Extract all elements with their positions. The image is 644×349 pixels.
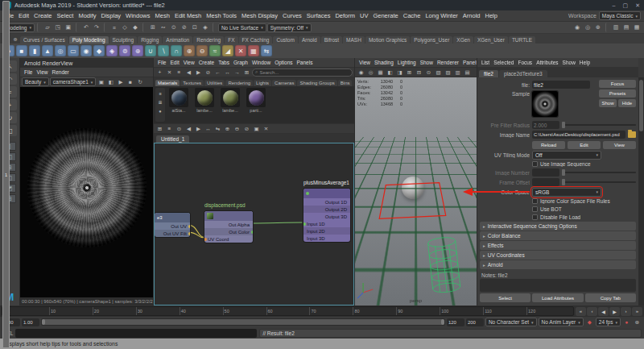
shelf-tab[interactable]: Polygons_User: [411, 36, 452, 44]
notes-textarea[interactable]: [480, 279, 636, 292]
hypershade-browser-tab[interactable]: Bins: [338, 80, 353, 86]
color-space-dropdown[interactable]: sRGB▾: [532, 188, 601, 197]
list-view-icon[interactable]: ≡: [157, 89, 164, 97]
node-place2dtexture[interactable]: e3 Out UVOut UV Filt: [155, 213, 190, 237]
use-image-sequence-checkbox[interactable]: [532, 161, 538, 167]
collapsed-section-bar[interactable]: ▸Color Balance: [480, 231, 636, 240]
pre-filter-radius-field[interactable]: 2.000: [532, 121, 559, 129]
menu-item[interactable]: Mesh Display: [239, 12, 280, 19]
shelf-tab[interactable]: Custom: [273, 36, 297, 44]
shelf-tab[interactable]: MASH: [343, 36, 365, 44]
divider[interactable]: [37, 23, 40, 32]
character-set-dropdown[interactable]: No Character Set▾: [485, 318, 537, 326]
menu-item[interactable]: Windows: [123, 12, 152, 19]
tool-settings-toggle-icon[interactable]: ▤: [621, 23, 631, 32]
scrollbar-thumb[interactable]: [639, 80, 643, 131]
super-ellipse-icon[interactable]: ◈: [106, 45, 118, 56]
make-live-icon[interactable]: ◈: [200, 23, 210, 32]
reload-button[interactable]: Reload: [532, 141, 565, 149]
material-swatch[interactable]: parti...: [245, 88, 267, 113]
uv-tiling-mode-dropdown[interactable]: Off▾: [532, 151, 601, 160]
shelf-tab[interactable]: Sculpting: [109, 36, 138, 44]
menu-item[interactable]: Cache: [401, 12, 423, 19]
boolean-intersection-icon[interactable]: ∩: [171, 45, 182, 56]
delete-unused-nodes-icon[interactable]: ✕: [165, 68, 174, 77]
live-surface-dropdown[interactable]: No Live Surface▾: [218, 23, 266, 32]
platonic-solid-icon[interactable]: ◆: [93, 45, 105, 56]
graph-both-icon[interactable]: ↔: [223, 68, 232, 77]
undo-icon[interactable]: ↶: [81, 23, 91, 32]
refresh-render-icon[interactable]: ↻: [135, 77, 144, 86]
viewport-menu-item[interactable]: Lighting: [396, 60, 418, 65]
menu-item[interactable]: Generate: [370, 12, 400, 19]
viewport-menu-item[interactable]: Shading: [373, 60, 395, 65]
polygon-disc-icon[interactable]: ◉: [80, 45, 92, 56]
hypershade-menu-item[interactable]: Edit: [168, 60, 180, 65]
hypershade-browser-tab[interactable]: Cameras: [272, 80, 296, 86]
shelf-tab[interactable]: Motion Graphics: [365, 36, 410, 44]
ultra-shape-icon[interactable]: ⊕: [132, 45, 143, 56]
menu-item[interactable]: Help: [483, 12, 500, 19]
grid-view-icon[interactable]: ⊞: [157, 98, 164, 106]
bookmark-icon[interactable]: ◧: [386, 68, 394, 77]
save-scene-icon[interactable]: ▣: [64, 23, 73, 32]
lock-camera-icon[interactable]: ◎: [366, 68, 375, 77]
material-swatch[interactable]: lambe...: [193, 88, 216, 113]
image-number-field[interactable]: [532, 168, 559, 177]
hypershade-menu-item[interactable]: Window: [250, 60, 272, 65]
shelf-tab[interactable]: TURTLE: [509, 36, 535, 44]
node-plusminusaverage[interactable]: Output 1DOutput 2DOutput 3D Input 1DInpu…: [303, 189, 350, 242]
clear-graph-icon[interactable]: ⊘: [204, 68, 213, 77]
menu-item[interactable]: Select: [55, 12, 76, 19]
ne-remove-icon[interactable]: ⊖: [233, 124, 242, 133]
image-plane-icon[interactable]: ◨: [395, 68, 404, 77]
smooth-icon[interactable]: ≈: [209, 45, 221, 56]
shelf-tab[interactable]: Rendering: [193, 36, 224, 44]
close-button[interactable]: ✕: [635, 2, 640, 9]
play-backwards-button[interactable]: ◀: [598, 307, 609, 316]
ne-sort-icon[interactable]: ≡: [165, 124, 174, 133]
ne-pin-icon[interactable]: ⊙: [175, 124, 184, 133]
hypershade-browser-tab[interactable]: Shading Groups: [297, 80, 336, 86]
2d-pan-zoom-icon[interactable]: ⊞: [405, 68, 414, 77]
viewport-canvas[interactable]: Verts:130400Edges:260800Faces:130420Tris…: [355, 77, 477, 305]
viewport-menu-item[interactable]: Renderer: [436, 60, 460, 65]
render-settings-icon[interactable]: ⊛: [593, 23, 603, 32]
safe-action-icon[interactable]: ▤: [463, 68, 472, 77]
gate-mask-icon[interactable]: ▥: [453, 68, 462, 77]
playback-end-field[interactable]: 120: [447, 318, 464, 326]
attribute-editor-toggle-icon[interactable]: ▥: [611, 23, 621, 32]
node-name-field[interactable]: file2: [532, 81, 590, 89]
multi-cut-icon[interactable]: ✕: [235, 45, 246, 56]
menu-item[interactable]: Arnold: [460, 12, 483, 19]
menu-item[interactable]: Mesh Tools: [204, 12, 239, 19]
menu-item[interactable]: Edit Mesh: [172, 12, 204, 19]
polygon-cube-icon[interactable]: ■: [16, 45, 27, 56]
node-graph-canvas[interactable]: displacement.psd plusMinusAverage1 e3 Ou…: [154, 143, 354, 305]
select-camera-icon[interactable]: ◉: [357, 68, 365, 77]
ne-back-icon[interactable]: ◀: [184, 124, 193, 133]
graph-upstream-icon[interactable]: ←: [213, 68, 222, 77]
mirror-icon[interactable]: ⇆: [261, 45, 272, 56]
snap-to-points-icon[interactable]: ⊙: [169, 23, 179, 32]
renderview-menu-item[interactable]: Render: [50, 69, 70, 75]
menu-item[interactable]: Display: [99, 12, 124, 19]
menu-item[interactable]: Edit: [16, 12, 31, 19]
attribute-editor-menu-item[interactable]: Attributes: [535, 60, 559, 65]
stop-render-icon[interactable]: ■: [126, 77, 134, 86]
ne-graph-both-icon[interactable]: ↔: [204, 124, 213, 133]
collapsed-section-bar[interactable]: ▸Interactive Sequence Caching Options: [480, 222, 636, 231]
set-key-icon[interactable]: ◆: [585, 318, 594, 326]
attribute-checkbox[interactable]: [532, 214, 538, 220]
minimize-button[interactable]: –: [613, 2, 616, 9]
sort-icon[interactable]: ≡: [175, 68, 184, 77]
snap-to-grids-icon[interactable]: ⊞: [148, 23, 158, 32]
pre-filter-radius-slider[interactable]: [562, 124, 636, 126]
swatch-size-icon[interactable]: ●: [157, 107, 164, 114]
view-button[interactable]: View: [603, 141, 636, 149]
attribute-checkbox[interactable]: [532, 206, 538, 212]
divider[interactable]: [76, 23, 79, 32]
shelf-tab[interactable]: FX: [225, 36, 237, 44]
hypershade-menu-item[interactable]: Panels: [295, 60, 315, 65]
create-node-icon[interactable]: +: [155, 68, 164, 77]
